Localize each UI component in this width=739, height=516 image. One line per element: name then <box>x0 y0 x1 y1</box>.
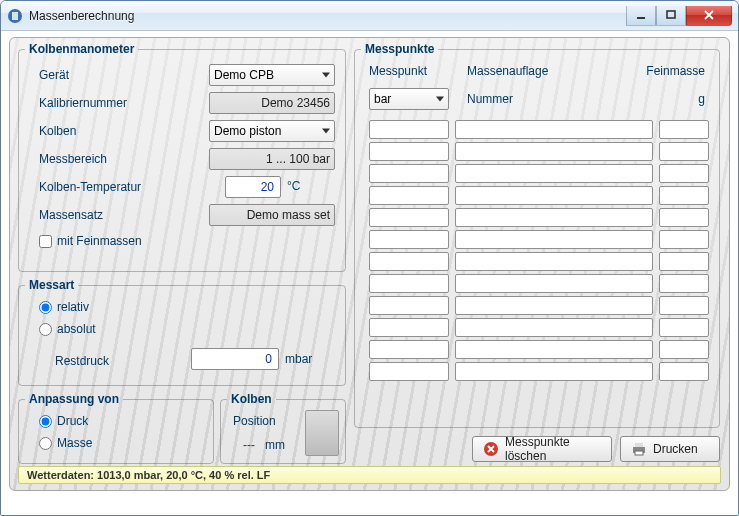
radio-druck[interactable]: Druck <box>39 414 88 428</box>
table-cell[interactable] <box>659 274 709 293</box>
select-geraet[interactable]: Demo CPB <box>209 64 335 86</box>
col-header-massenauflage: Massenauflage <box>467 64 548 78</box>
table-cell[interactable] <box>369 274 449 293</box>
checkbox-feinmassen[interactable] <box>39 235 52 248</box>
label-restdruck: Restdruck <box>55 354 109 368</box>
table-cell[interactable] <box>369 296 449 315</box>
table-cell[interactable] <box>659 362 709 381</box>
radio-absolut[interactable]: absolut <box>39 322 96 336</box>
table-cell[interactable] <box>369 142 449 161</box>
table-cell[interactable] <box>455 318 653 337</box>
table-cell[interactable] <box>659 318 709 337</box>
minimize-button[interactable] <box>626 6 656 26</box>
radio-masse[interactable]: Masse <box>39 436 92 450</box>
table-cell[interactable] <box>369 230 449 249</box>
svg-rect-1 <box>12 12 18 20</box>
window: Massenberechnung Kolbenmanometer Gerät D… <box>0 0 739 516</box>
titlebar[interactable]: Massenberechnung <box>1 1 738 31</box>
main-panel: Kolbenmanometer Gerät Demo CPB Kalibrier… <box>9 37 730 491</box>
field-massensatz: Demo mass set <box>209 204 335 226</box>
table-cell[interactable] <box>369 186 449 205</box>
label-kolbentemp: Kolben-Temperatur <box>39 180 141 194</box>
table-cell[interactable] <box>659 186 709 205</box>
table-cell[interactable] <box>455 120 653 139</box>
col-header-messpunkt: Messpunkt <box>369 64 427 78</box>
svg-rect-3 <box>667 11 675 18</box>
label-kalibriernummer: Kalibriernummer <box>39 96 127 110</box>
group-kolbenmanometer: Kolbenmanometer Gerät Demo CPB Kalibrier… <box>18 42 346 272</box>
table-cell[interactable] <box>659 208 709 227</box>
select-messpunkt-unit[interactable]: bar <box>369 88 449 110</box>
table-cell[interactable] <box>659 164 709 183</box>
label-feinmasse-unit: g <box>698 92 705 106</box>
position-indicator <box>305 410 339 456</box>
table-cell[interactable] <box>659 120 709 139</box>
unit-kolbentemp: °C <box>287 179 300 193</box>
close-button[interactable] <box>686 6 732 26</box>
button-messpunkte-loeschen[interactable]: Messpunkte löschen <box>472 436 612 462</box>
table-cell[interactable] <box>659 252 709 271</box>
cells-feinmasse <box>659 120 709 381</box>
input-restdruck[interactable] <box>191 348 279 370</box>
window-buttons <box>626 6 732 26</box>
table-cell[interactable] <box>455 230 653 249</box>
label-kolben: Kolben <box>39 124 76 138</box>
label-nummer: Nummer <box>467 92 513 106</box>
delete-icon <box>483 441 499 457</box>
unit-position: mm <box>265 438 285 452</box>
status-bar: Wetterdaten: 1013,0 mbar, 20,0 °C, 40 % … <box>18 466 721 484</box>
table-cell[interactable] <box>455 208 653 227</box>
table-cell[interactable] <box>455 164 653 183</box>
window-title: Massenberechnung <box>29 9 626 23</box>
label-position: Position <box>233 414 276 428</box>
group-messart: Messart relativ absolut Restdruck mbar <box>18 278 346 386</box>
check-feinmassen[interactable]: mit Feinmassen <box>39 234 142 248</box>
svg-rect-7 <box>635 451 643 455</box>
printer-icon <box>631 441 647 457</box>
table-cell[interactable] <box>455 142 653 161</box>
col-header-feinmasse: Feinmasse <box>646 64 705 78</box>
group-anpassung: Anpassung von Druck Masse <box>18 392 214 464</box>
status-text: Wetterdaten: 1013,0 mbar, 20,0 °C, 40 % … <box>27 469 270 481</box>
cells-messpunkt <box>369 120 449 381</box>
table-cell[interactable] <box>369 318 449 337</box>
table-cell[interactable] <box>455 296 653 315</box>
cells-massenauflage <box>455 120 653 381</box>
table-cell[interactable] <box>455 274 653 293</box>
table-cell[interactable] <box>455 186 653 205</box>
select-kolben[interactable]: Demo piston <box>209 120 335 142</box>
legend-messpunkte: Messpunkte <box>361 42 438 56</box>
legend-kolbenmanometer: Kolbenmanometer <box>25 42 138 56</box>
field-messbereich: 1 ... 100 bar <box>209 148 335 170</box>
input-kolbentemp[interactable] <box>225 176 281 198</box>
maximize-button[interactable] <box>656 6 686 26</box>
table-cell[interactable] <box>369 164 449 183</box>
table-cell[interactable] <box>659 296 709 315</box>
table-cell[interactable] <box>369 208 449 227</box>
table-cell[interactable] <box>369 340 449 359</box>
value-position: --- <box>243 438 255 452</box>
table-cell[interactable] <box>455 362 653 381</box>
table-cell[interactable] <box>455 340 653 359</box>
table-cell[interactable] <box>369 120 449 139</box>
button-drucken[interactable]: Drucken <box>620 436 720 462</box>
label-massensatz: Massensatz <box>39 208 103 222</box>
table-cell[interactable] <box>659 340 709 359</box>
label-geraet: Gerät <box>39 68 69 82</box>
radio-relativ[interactable]: relativ <box>39 300 89 314</box>
field-kalibriernummer: Demo 23456 <box>209 92 335 114</box>
group-messpunkte: Messpunkte Messpunkt Massenauflage Feinm… <box>354 42 720 428</box>
table-cell[interactable] <box>369 362 449 381</box>
table-cell[interactable] <box>659 230 709 249</box>
table-cell[interactable] <box>369 252 449 271</box>
app-icon <box>7 8 23 24</box>
client-area: Kolbenmanometer Gerät Demo CPB Kalibrier… <box>1 31 738 515</box>
legend-kolbenpos: Kolben <box>227 392 276 406</box>
svg-rect-6 <box>635 443 643 447</box>
svg-rect-2 <box>637 17 645 19</box>
legend-anpassung: Anpassung von <box>25 392 123 406</box>
legend-messart: Messart <box>25 278 78 292</box>
group-kolbenpos: Kolben Position --- mm <box>220 392 346 464</box>
table-cell[interactable] <box>455 252 653 271</box>
table-cell[interactable] <box>659 142 709 161</box>
